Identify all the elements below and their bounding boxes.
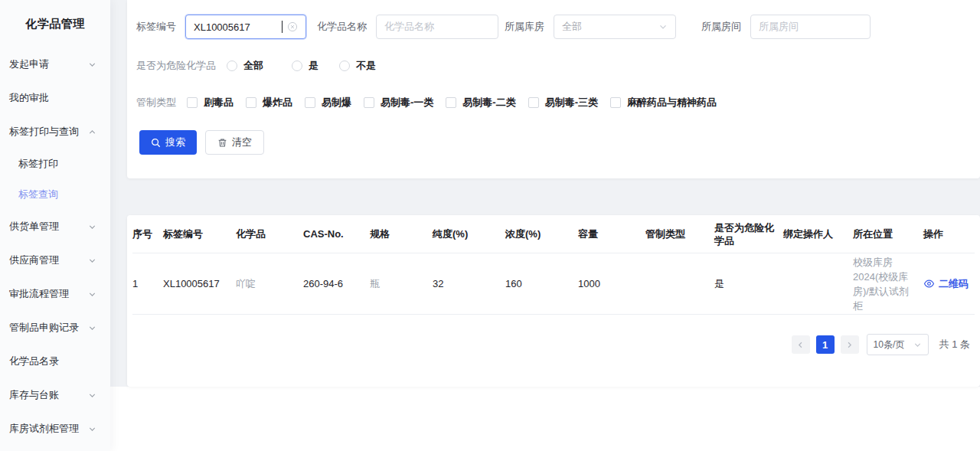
col-actions: 操作 xyxy=(923,215,979,253)
sidebar-item-label: 标签打印与查询 xyxy=(9,125,79,139)
control-type-checkbox-bzp[interactable]: 爆炸品 xyxy=(246,96,292,109)
search-button-label: 搜索 xyxy=(165,136,185,149)
text-cursor xyxy=(282,21,283,33)
control-type-checkbox-yzd3[interactable]: 易制毒-三类 xyxy=(528,96,598,109)
sidebar-item-my-approvals[interactable]: 我的审批 xyxy=(0,81,110,115)
warehouse-label: 所属库房 xyxy=(505,20,544,34)
chevron-down-icon xyxy=(88,257,96,265)
control-type-filter-row: 管制类型 剧毒品 爆炸品 易制爆 易制毒-一类 易制毒-二类 易制毒-三类 麻醉… xyxy=(136,90,717,115)
label-code-value: XL10005617 xyxy=(194,21,281,33)
room-label: 所属房间 xyxy=(701,20,741,34)
checkbox-label: 易制毒-三类 xyxy=(545,96,598,109)
sidebar-item-inventory-ledger[interactable]: 库存与台账 xyxy=(0,378,110,412)
cell-label-no: XL10005617 xyxy=(163,253,236,314)
cell-purity: 32 xyxy=(433,253,505,314)
checkbox-label: 易制毒-二类 xyxy=(462,96,515,109)
label-code-input[interactable]: XL10005617 xyxy=(185,15,306,39)
sidebar-item-label: 供应商管理 xyxy=(9,253,59,267)
page-size-value: 10条/页 xyxy=(874,338,905,351)
col-index: 序号 xyxy=(132,215,163,253)
chemical-name-input[interactable]: 化学品名称 xyxy=(376,15,498,39)
pagination-page-1[interactable]: 1 xyxy=(816,335,835,354)
radio-icon[interactable] xyxy=(227,60,237,71)
radio-icon[interactable] xyxy=(292,60,302,71)
chevron-down-icon xyxy=(88,290,96,299)
sidebar-item-label: 供货单管理 xyxy=(9,220,59,234)
checkbox-icon[interactable] xyxy=(305,97,315,108)
qr-code-link[interactable]: 二维码 xyxy=(923,276,969,291)
control-type-checkbox-jdp[interactable]: 剧毒品 xyxy=(187,96,234,109)
sidebar-item-label: 管制品申购记录 xyxy=(9,321,79,335)
sidebar-item-initiate-request[interactable]: 发起申请 xyxy=(0,47,110,81)
clear-button[interactable]: 清空 xyxy=(205,130,264,155)
control-type-checkbox-yzb[interactable]: 易制爆 xyxy=(305,96,351,109)
checkbox-icon[interactable] xyxy=(610,97,621,108)
clear-input-icon[interactable] xyxy=(287,21,298,32)
cell-operator xyxy=(783,253,853,314)
sidebar-item-label: 库房试剂柜管理 xyxy=(9,422,79,436)
sidebar-item-approval-flow-mgmt[interactable]: 审批流程管理 xyxy=(0,277,110,311)
table-header-row: 序号 标签编号 化学品 CAS-No. 规格 纯度(%) 浓度(%) 容量 管制… xyxy=(132,215,975,253)
chevron-down-icon xyxy=(88,324,96,332)
filter-actions: 搜索 清空 xyxy=(139,130,264,155)
checkbox-icon[interactable] xyxy=(246,97,256,108)
hazard-filter-row: 是否为危险化学品 全部 是 不是 xyxy=(136,54,376,78)
chevron-down-icon xyxy=(88,391,96,400)
pagination-total: 共 1 条 xyxy=(939,338,970,351)
chevron-down-icon xyxy=(913,341,922,349)
app-title: 化学品管理 xyxy=(0,0,110,47)
filter-panel: 标签编号 XL10005617 化学品名称 化学品名称 所属库房 全部 所属房间… xyxy=(127,0,980,178)
pagination-next-button[interactable] xyxy=(841,335,859,354)
control-type-checkbox-mzyp[interactable]: 麻醉药品与精神药品 xyxy=(610,96,717,109)
checkbox-icon[interactable] xyxy=(187,97,198,108)
chevron-left-icon xyxy=(796,341,805,349)
col-purity: 纯度(%) xyxy=(433,215,505,253)
checkbox-icon[interactable] xyxy=(528,97,539,108)
eye-icon xyxy=(923,278,935,289)
warehouse-select[interactable]: 全部 xyxy=(554,15,676,39)
hazard-radio-all[interactable]: 全部 xyxy=(227,59,263,73)
results-table: 序号 标签编号 化学品 CAS-No. 规格 纯度(%) 浓度(%) 容量 管制… xyxy=(132,215,975,315)
filter-room-group: 所属房间 所属房间 xyxy=(701,15,871,39)
col-concentration: 浓度(%) xyxy=(505,215,578,253)
sidebar-item-label-query[interactable]: 标签查询 xyxy=(0,179,110,210)
pagination-prev-button[interactable] xyxy=(792,335,810,354)
control-type-checkbox-yzd1[interactable]: 易制毒-一类 xyxy=(364,96,433,109)
sidebar-item-supplier-mgmt[interactable]: 供应商管理 xyxy=(0,243,110,277)
cell-index: 1 xyxy=(132,253,163,314)
sidebar-item-label-print-query[interactable]: 标签打印与查询 xyxy=(0,115,110,149)
cell-actions: 二维码 xyxy=(923,253,979,314)
checkbox-label: 剧毒品 xyxy=(204,96,234,109)
col-chemical: 化学品 xyxy=(236,215,303,253)
hazard-radio-yes[interactable]: 是 xyxy=(292,59,318,73)
sidebar-item-chemical-catalog[interactable]: 化学品名录 xyxy=(0,345,110,378)
sidebar-item-label: 标签打印 xyxy=(18,157,58,171)
room-input[interactable]: 所属房间 xyxy=(750,15,871,39)
sidebar-item-label-print[interactable]: 标签打印 xyxy=(0,149,110,179)
control-type-checkbox-yzd2[interactable]: 易制毒-二类 xyxy=(446,96,515,109)
checkbox-label: 易制毒-一类 xyxy=(381,96,433,109)
checkbox-icon[interactable] xyxy=(446,97,456,108)
chevron-down-icon xyxy=(88,223,96,231)
sidebar-item-controlled-purchase-records[interactable]: 管制品申购记录 xyxy=(0,311,110,345)
search-button[interactable]: 搜索 xyxy=(139,130,197,155)
checkbox-label: 麻醉药品与精神药品 xyxy=(627,96,717,109)
filter-label-code-group: 标签编号 XL10005617 xyxy=(136,15,306,39)
filter-chemical-name-group: 化学品名称 化学品名称 xyxy=(317,15,498,39)
sidebar-item-storeroom-cabinet-mgmt[interactable]: 库房试剂柜管理 xyxy=(0,412,110,446)
radio-icon[interactable] xyxy=(339,60,350,71)
page-size-select[interactable]: 10条/页 xyxy=(867,334,929,355)
cell-location: 校级库房2024(校级库房)/默认试剂柜 xyxy=(853,253,923,314)
chevron-down-icon xyxy=(658,22,668,31)
hazard-label: 是否为危险化学品 xyxy=(136,59,216,73)
chevron-up-icon xyxy=(88,128,96,136)
chevron-right-icon xyxy=(845,341,854,349)
checkbox-label: 易制爆 xyxy=(322,96,351,109)
table-row: 1 XL10005617 吖啶 260-94-6 瓶 32 160 1000 是… xyxy=(132,253,975,315)
hazard-radio-no[interactable]: 不是 xyxy=(339,59,376,73)
cell-control-type xyxy=(645,253,714,314)
sidebar-item-supply-order-mgmt[interactable]: 供货单管理 xyxy=(0,210,110,243)
chevron-down-icon xyxy=(88,60,96,69)
checkbox-icon[interactable] xyxy=(364,97,374,108)
cell-cas-no: 260-94-6 xyxy=(303,253,370,314)
